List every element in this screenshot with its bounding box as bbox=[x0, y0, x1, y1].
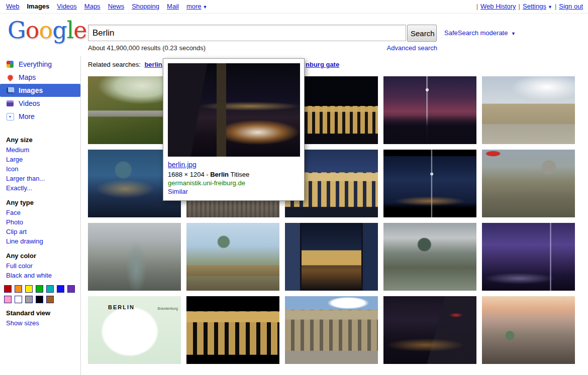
preview-domain: germanistik.uni-freiburg.de bbox=[168, 179, 300, 187]
filter-link-face[interactable]: Face bbox=[0, 208, 80, 217]
filter-link-black-and-white[interactable]: Black and white bbox=[0, 271, 80, 280]
preview-filename-link[interactable]: berlin.jpg bbox=[168, 161, 197, 169]
topbar-link-news[interactable]: News bbox=[108, 3, 125, 10]
image-result-tv-tower-night-letterbox[interactable] bbox=[383, 150, 476, 217]
color-swatch-c00000[interactable] bbox=[4, 285, 12, 293]
preview-dimensions: 1688 × 1204 - bbox=[168, 171, 210, 178]
image-result-funkturm-purple-night[interactable] bbox=[482, 223, 575, 291]
map-side-label: Brandenburg bbox=[158, 307, 178, 310]
color-swatch-000000[interactable] bbox=[36, 296, 43, 303]
sidebar-item-label: Maps bbox=[19, 73, 36, 81]
topbar-link-web[interactable]: Web bbox=[6, 3, 20, 10]
sidebar-item-label: Images bbox=[19, 86, 43, 94]
search-input[interactable] bbox=[88, 25, 406, 41]
filter-link-large[interactable]: Large bbox=[0, 155, 80, 164]
sidebar-item-more[interactable]: More bbox=[0, 110, 80, 123]
color-swatch-ffa0c8[interactable] bbox=[4, 296, 12, 303]
image-results-grid: BERLINBrandenburg bbox=[88, 76, 575, 364]
results-stats: About 41,900,000 results (0.23 seconds) bbox=[88, 44, 206, 52]
filter-link-larger-than[interactable]: Larger than... bbox=[0, 174, 80, 183]
color-swatch-f39019[interactable] bbox=[15, 285, 22, 293]
preview-image[interactable] bbox=[168, 63, 300, 157]
color-swatch-ffffff[interactable] bbox=[15, 296, 22, 303]
sidebar-item-images[interactable]: Images bbox=[0, 84, 80, 97]
topbar-link-maps[interactable]: Maps bbox=[84, 3, 101, 10]
color-swatch-00b2b2[interactable] bbox=[46, 285, 54, 293]
sidebar-nav: EverythingMapsImagesVideosMore bbox=[0, 58, 80, 123]
related-search-link-truncated[interactable]: nburg gate bbox=[306, 61, 339, 68]
image-result-sunset-skyline[interactable] bbox=[482, 296, 575, 364]
dropdown-arrow-icon: ▼ bbox=[511, 31, 516, 36]
safesearch-label: SafeSearch moderate bbox=[444, 29, 508, 37]
top-navigation-bar: WebImagesVideosMapsNewsShoppingMailmore▼… bbox=[0, 0, 588, 14]
filter-section-title-any-type: Any type bbox=[0, 193, 80, 208]
color-swatch-6a30b0[interactable] bbox=[67, 285, 75, 293]
image-result-konzerthaus-gendarmenmarkt[interactable] bbox=[482, 76, 575, 144]
filter-link-icon[interactable]: Icon bbox=[0, 164, 80, 174]
safesearch-dropdown[interactable]: SafeSearch moderate ▼ bbox=[444, 29, 516, 37]
filter-section-title-any-size: Any size bbox=[0, 130, 80, 145]
separator: | bbox=[555, 3, 556, 10]
sidebar: EverythingMapsImagesVideosMore Any sizeM… bbox=[0, 58, 80, 328]
filter-link-clip-art[interactable]: Clip art bbox=[0, 227, 80, 236]
more-icon bbox=[6, 112, 14, 120]
topbar-link-web-history[interactable]: Web History bbox=[480, 3, 516, 10]
topbar-link-settings[interactable]: Settings▼ bbox=[523, 3, 552, 10]
sidebar-item-everything[interactable]: Everything bbox=[0, 58, 80, 71]
google-logo[interactable]: Google bbox=[8, 17, 87, 44]
topbar-link-shopping[interactable]: Shopping bbox=[132, 3, 159, 10]
topbar-link-sign-out[interactable]: Sign out bbox=[559, 3, 583, 10]
color-swatch-9a6020[interactable] bbox=[46, 296, 54, 303]
filter-link-photo[interactable]: Photo bbox=[0, 217, 80, 227]
image-result-kudamm-night[interactable] bbox=[383, 296, 476, 364]
sidebar-item-maps[interactable]: Maps bbox=[0, 71, 80, 84]
topbar-link-mail[interactable]: Mail bbox=[167, 3, 179, 10]
preview-query-match: Berlin bbox=[210, 171, 229, 178]
dropdown-arrow-icon: ▼ bbox=[548, 1, 552, 14]
color-swatch-00b400[interactable] bbox=[36, 285, 43, 293]
videos-icon bbox=[6, 99, 14, 107]
filter-link-medium[interactable]: Medium bbox=[0, 145, 80, 155]
related-searches-label: Related searches: bbox=[88, 61, 141, 68]
similar-link[interactable]: Similar bbox=[168, 188, 188, 195]
image-result-gendarmenmarkt-3d[interactable] bbox=[482, 150, 575, 217]
image-result-berlin-district-map[interactable]: BERLINBrandenburg bbox=[88, 296, 181, 364]
view-section-title: Standard view bbox=[0, 303, 80, 318]
logo-letter: l bbox=[67, 17, 74, 44]
map-title-label: BERLIN bbox=[108, 304, 135, 310]
logo-letter: e bbox=[73, 17, 86, 44]
maps-icon bbox=[6, 73, 14, 81]
logo-letter: G bbox=[8, 17, 26, 44]
image-result-tv-tower-red-skyline[interactable] bbox=[383, 76, 476, 144]
logo-letter: g bbox=[52, 17, 66, 44]
logo-letter: o bbox=[26, 17, 39, 44]
advanced-search-link[interactable]: Advanced search bbox=[387, 44, 437, 52]
filter-link-full-color[interactable]: Full color bbox=[0, 261, 80, 271]
images-icon bbox=[6, 86, 14, 94]
sidebar-item-videos[interactable]: Videos bbox=[0, 97, 80, 110]
sidebar-item-label: More bbox=[19, 112, 35, 120]
sidebar-filters: Any sizeMediumLargeIconLarger than...Exa… bbox=[0, 130, 80, 280]
show-sizes-link[interactable]: Show sizes bbox=[0, 318, 80, 328]
image-result-landmarks-collage[interactable] bbox=[285, 223, 378, 291]
image-result-spree-aerial[interactable] bbox=[88, 223, 181, 291]
color-swatch-ffee00[interactable] bbox=[25, 285, 33, 293]
image-result-berliner-dom-stormy[interactable] bbox=[383, 223, 476, 291]
related-search-link[interactable]: berlin, bbox=[144, 61, 164, 68]
image-result-brandenburg-gate-day[interactable] bbox=[285, 296, 378, 364]
topbar-link-more[interactable]: more▼ bbox=[186, 3, 208, 10]
separator: | bbox=[519, 3, 520, 10]
filter-link-exactly[interactable]: Exactly... bbox=[0, 183, 80, 193]
filter-section-title-any-color: Any color bbox=[0, 246, 80, 261]
image-result-brandenburg-gate-night[interactable] bbox=[186, 296, 279, 364]
topbar-link-videos[interactable]: Videos bbox=[57, 3, 77, 10]
image-preview-popup: berlin.jpg 1688 × 1204 - Berlin Titisee … bbox=[163, 58, 305, 201]
color-swatch-1212ef[interactable] bbox=[57, 285, 64, 293]
color-swatch-a0a0a0[interactable] bbox=[25, 296, 33, 303]
topbar-link-images[interactable]: Images bbox=[27, 3, 50, 10]
search-button[interactable]: Search bbox=[407, 25, 437, 42]
sidebar-item-label: Everything bbox=[19, 60, 52, 68]
image-result-berliner-dom-bridge[interactable] bbox=[186, 223, 279, 291]
filter-link-line-drawing[interactable]: Line drawing bbox=[0, 236, 80, 246]
related-searches: Related searches: berlin, bbox=[88, 61, 164, 68]
